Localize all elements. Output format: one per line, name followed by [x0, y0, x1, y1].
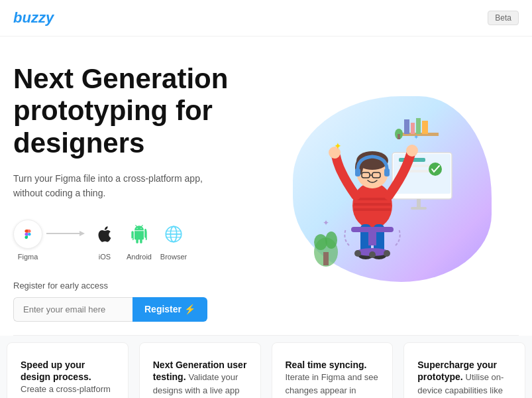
browser-icon: [159, 220, 188, 249]
svg-rect-18: [416, 118, 421, 134]
arrow-icon: [42, 228, 90, 239]
person-illustration: ✦ ✦ ✦: [286, 83, 498, 295]
svg-rect-17: [411, 123, 415, 134]
svg-point-45: [384, 250, 390, 257]
ios-label: iOS: [99, 253, 111, 261]
svg-point-49: [325, 232, 337, 249]
hero-illustration: ✦ ✦ ✦: [266, 56, 519, 322]
beta-badge: Beta: [488, 11, 519, 25]
card-supercharge: Supercharge your prototype. Utilise on-d…: [403, 342, 525, 398]
svg-rect-25: [354, 208, 391, 211]
illustration-container: ✦ ✦ ✦: [286, 83, 498, 295]
ios-icon: [90, 220, 119, 249]
svg-rect-14: [411, 207, 427, 210]
svg-point-43: [354, 250, 361, 257]
register-button[interactable]: Register ⚡: [133, 297, 207, 322]
platform-ios: iOS: [90, 220, 119, 261]
svg-rect-41: [368, 232, 376, 245]
svg-text:✦: ✦: [323, 218, 329, 228]
cards-section: Speed up your design process. Create a c…: [0, 336, 532, 398]
card-speed-title: Speed up your design process.: [21, 360, 91, 382]
card-syncing-title: Real time syncing.: [286, 360, 367, 370]
hero-section: Next Generation prototyping for designer…: [0, 36, 532, 335]
platform-figma: Figma: [13, 220, 42, 261]
header: buzzy Beta: [0, 0, 532, 36]
hero-subtitle: Turn your Figma file into a cross-platfo…: [13, 171, 225, 201]
card-syncing-text: Iterate in Figma and see changes appear …: [286, 372, 378, 396]
svg-point-12: [429, 163, 442, 176]
card-speed-text: Create a cross-platform app: [21, 384, 111, 398]
platform-row: Figma iOS: [13, 220, 266, 261]
svg-rect-19: [422, 121, 428, 134]
svg-point-33: [406, 145, 418, 157]
browser-label: Browser: [160, 253, 187, 261]
svg-point-48: [314, 234, 327, 250]
svg-rect-21: [398, 134, 400, 139]
svg-rect-47: [323, 252, 329, 265]
svg-rect-40: [351, 227, 394, 232]
figma-icon: [13, 220, 42, 249]
figma-label: Figma: [18, 253, 38, 261]
logo: buzzy: [13, 9, 54, 27]
card-speed: Speed up your design process. Create a c…: [7, 342, 129, 398]
android-icon: [125, 220, 154, 249]
hero-left: Next Generation prototyping for designer…: [13, 56, 266, 322]
hero-title: Next Generation prototyping for designer…: [13, 63, 266, 159]
svg-rect-35: [384, 168, 390, 176]
platform-browser: Browser: [159, 220, 188, 261]
register-form: Register ⚡: [13, 297, 266, 322]
card-syncing: Real time syncing. Iterate in Figma and …: [272, 342, 394, 398]
svg-point-44: [369, 251, 376, 258]
register-label: Register for early access: [13, 281, 266, 291]
email-input[interactable]: [13, 297, 133, 322]
android-label: Android: [127, 253, 152, 261]
svg-text:✦: ✦: [334, 141, 342, 151]
card-testing: Next Generation user testing. Validate y…: [139, 342, 261, 398]
svg-marker-1: [80, 231, 85, 236]
svg-rect-24: [354, 203, 391, 206]
platform-android: Android: [125, 220, 154, 261]
svg-text:✦: ✦: [413, 133, 419, 141]
svg-rect-13: [417, 199, 421, 207]
svg-rect-34: [355, 168, 360, 176]
svg-rect-16: [404, 119, 409, 134]
